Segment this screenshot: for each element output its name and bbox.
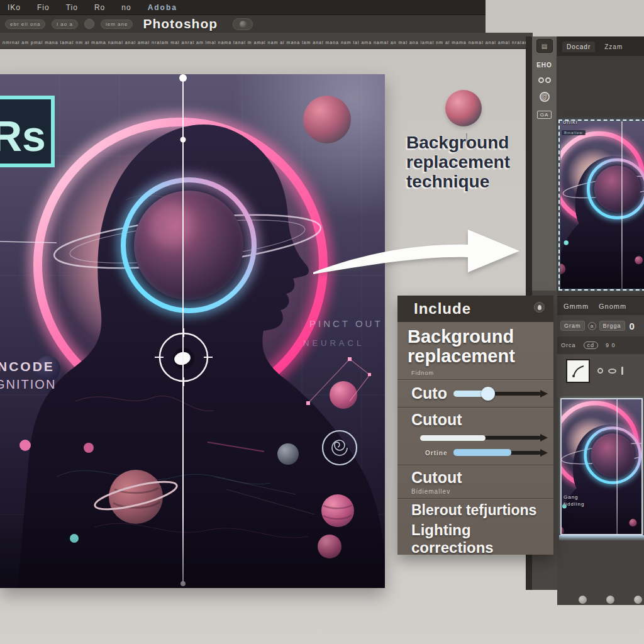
doc-tab-active[interactable]: Docadr — [562, 42, 595, 52]
selection-preview[interactable] — [560, 121, 644, 289]
menu-subtitle: Fidnom — [397, 366, 553, 376]
blend-mode-dropdown[interactable]: Gram — [560, 321, 585, 331]
screenshot-root: IKo Fio Tio Ro no Adoba ebr eli ona l ao… — [0, 0, 644, 644]
footer-icon-2[interactable] — [606, 596, 614, 604]
panel-stack: Docadr Zzam onlki Bmallew Gmmm Gnomm Gra… — [557, 36, 644, 605]
menu-header[interactable]: Include — [397, 296, 553, 322]
options-bar[interactable]: nmrnal am pmal mana lamal nm al mama nam… — [0, 33, 533, 49]
panel-tab[interactable]: Gmmm — [564, 303, 589, 310]
poster-watermark-line1: PINCT OUT — [309, 318, 383, 329]
slider-label: Cutout — [411, 411, 462, 428]
panel-controls-row: Gram a Brgga 0 — [557, 315, 644, 336]
sphere-icon — [240, 21, 247, 28]
toolbar-knob-icon[interactable] — [84, 19, 94, 29]
options-bar-text: nmrnal am pmal mana lamal nm al mama nam… — [3, 40, 533, 45]
document-canvas[interactable]: Rs — [0, 74, 385, 588]
at-icon[interactable]: @ — [540, 92, 550, 102]
rs-logo: Rs — [0, 97, 53, 165]
sphere-gray — [277, 443, 299, 465]
toolbar-pill[interactable]: l ao a — [52, 19, 78, 29]
preview-chip: Bmallew — [562, 130, 586, 135]
brain-sphere — [134, 191, 243, 300]
decorative-sphere — [445, 90, 482, 126]
adobe-brand-label: Adoba — [148, 3, 177, 12]
menu-item[interactable]: Tio — [66, 3, 78, 12]
slider-row-1: Cuto — [397, 380, 553, 404]
app-title: Photoshop — [143, 16, 218, 31]
annotation-heading: Background replacement technique — [406, 133, 538, 191]
tool-strip: ▤ EHO @ GA — [532, 36, 557, 291]
slider-thumb[interactable] — [481, 387, 495, 401]
toolbar-pill[interactable]: ebr eli ona — [5, 19, 45, 29]
droplet-icon[interactable] — [534, 302, 545, 313]
sphere-top-right — [303, 96, 351, 143]
footer-icon-3[interactable] — [634, 596, 642, 604]
workspace-button[interactable] — [233, 18, 253, 30]
glasses-icon[interactable] — [538, 77, 551, 83]
circle-control-icon[interactable]: a — [588, 322, 596, 330]
panel-icons-row: Orca cd 9 0 — [557, 336, 644, 354]
slider-row-2: Cutout Ortine — [397, 408, 553, 462]
slider-label: Cuto — [411, 384, 447, 402]
menu-item[interactable]: Ro — [94, 3, 105, 12]
slider-label-small: Ortine — [425, 450, 447, 457]
svg-text:Rs: Rs — [0, 112, 46, 160]
panel-tab[interactable]: Gnomm — [599, 303, 626, 310]
lock-label[interactable]: Orca — [561, 342, 576, 348]
opacity-dropdown[interactable]: Brgga — [599, 321, 625, 331]
menu-item-lighting[interactable]: Lighting corrections — [397, 519, 553, 557]
dot-pink-1 — [19, 440, 31, 451]
layer-row-icons — [597, 367, 623, 375]
annotation-line: replacement — [406, 152, 538, 172]
panel-footer-icons — [557, 593, 644, 606]
menu-item[interactable]: IKo — [8, 3, 21, 12]
brush-icon — [569, 362, 587, 380]
value-readout: 0 — [630, 321, 635, 331]
preview-caption: onlki — [563, 119, 578, 125]
eyes-icon[interactable]: 9 0 — [606, 342, 616, 348]
menu-item-sublabel: Bidiemallev — [411, 488, 553, 495]
mask-icon[interactable] — [608, 369, 616, 374]
link-icon[interactable]: cd — [584, 341, 599, 349]
slider-control[interactable] — [453, 445, 546, 460]
dot-pink-2 — [84, 443, 94, 453]
poster-watermark-line2: NEURACL — [303, 338, 364, 348]
arrow-icon — [307, 211, 526, 294]
menu-title[interactable]: Background replacement — [397, 322, 553, 366]
annotation-line: technique — [406, 172, 538, 191]
slider-control[interactable] — [420, 430, 546, 445]
tool-label-eho[interactable]: EHO — [536, 62, 552, 69]
divider-icon — [621, 367, 623, 375]
sphere-pink-1 — [330, 381, 357, 409]
menu-item[interactable]: no — [121, 3, 131, 12]
decorative-drip — [466, 133, 467, 150]
menu-item-blur[interactable]: Blerout tefjurtions — [397, 499, 553, 519]
panel-toggle-icon[interactable]: ▤ — [536, 39, 553, 53]
title-bar: ebr eli ona l ao a iem ane Photoshop — [0, 15, 486, 33]
tool-label-ga[interactable]: GA — [537, 111, 552, 119]
doc-tab[interactable]: Zzam — [600, 42, 627, 52]
highlight-band — [559, 535, 644, 541]
layer-row[interactable] — [557, 354, 644, 398]
dropdown-menu: Include Background replacement Fidnom Cu… — [397, 296, 553, 555]
annotation-line: Background — [406, 133, 538, 152]
preview2-caption: Gang fiddling — [564, 494, 584, 508]
result-preview[interactable] — [560, 398, 643, 535]
menu-item[interactable]: Fio — [37, 3, 50, 12]
footer-icon-1[interactable] — [579, 596, 587, 604]
toolbar-pill[interactable]: iem ane — [101, 19, 133, 29]
eye-icon[interactable] — [597, 368, 603, 374]
menu-header-label: Include — [414, 300, 471, 318]
layer-thumbnail[interactable] — [566, 359, 590, 383]
panel-tab-row: Gmmm Gnomm — [557, 296, 644, 315]
menu-bar: IKo Fio Tio Ro no Adoba — [0, 0, 486, 15]
slider-control[interactable] — [453, 386, 546, 401]
poster-caption-line2: GNITION — [0, 377, 56, 391]
menu-item-cutout[interactable]: Cutout Bidiemallev — [397, 466, 553, 495]
poster-caption-line1: NCODE — [0, 359, 55, 374]
document-tab-bar: Docadr Zzam — [557, 37, 644, 56]
